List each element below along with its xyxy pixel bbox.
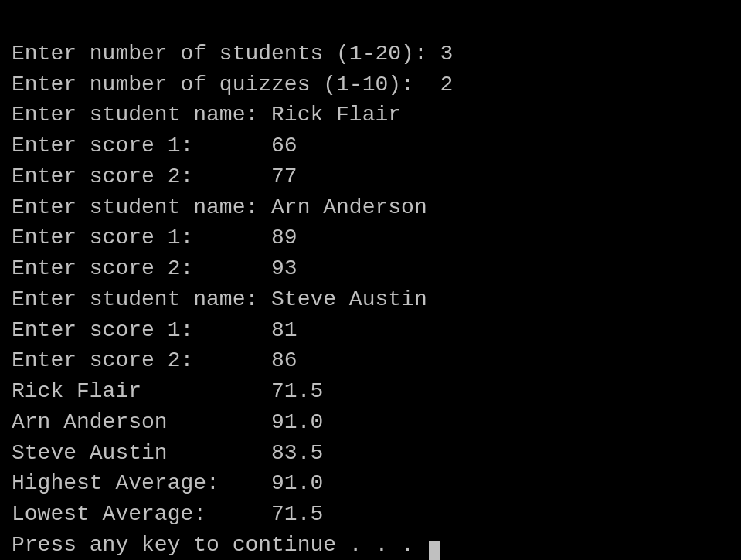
line-7: Enter student name: Arn Anderson bbox=[12, 192, 729, 223]
line-14: Arn Anderson 91.0 bbox=[12, 407, 729, 438]
line-6: Enter score 2: 77 bbox=[12, 161, 729, 192]
line-15: Steve Austin 83.5 bbox=[12, 438, 729, 469]
line-12: Enter score 2: 86 bbox=[12, 345, 729, 376]
terminal-window: Enter number of students (1-20): 3Enter … bbox=[0, 0, 741, 560]
line-16: Highest Average: 91.0 bbox=[12, 468, 729, 499]
line-2: Enter number of quizzes (1-10): 2 bbox=[12, 70, 729, 100]
line-8: Enter score 1: 89 bbox=[12, 222, 729, 253]
line-13: Rick Flair 71.5 bbox=[12, 376, 729, 407]
line-9: Enter score 2: 93 bbox=[12, 253, 729, 284]
line-10: Enter student name: Steve Austin bbox=[12, 284, 729, 315]
line-4: Enter student name: Rick Flair bbox=[12, 100, 729, 131]
line-5: Enter score 1: 66 bbox=[12, 131, 729, 161]
cursor bbox=[429, 541, 440, 561]
line-18: Press any key to continue . . . bbox=[12, 530, 729, 560]
line-17: Lowest Average: 71.5 bbox=[12, 499, 729, 530]
line-11: Enter score 1: 81 bbox=[12, 315, 729, 346]
line-1: Enter number of students (1-20): 3 bbox=[12, 39, 729, 70]
